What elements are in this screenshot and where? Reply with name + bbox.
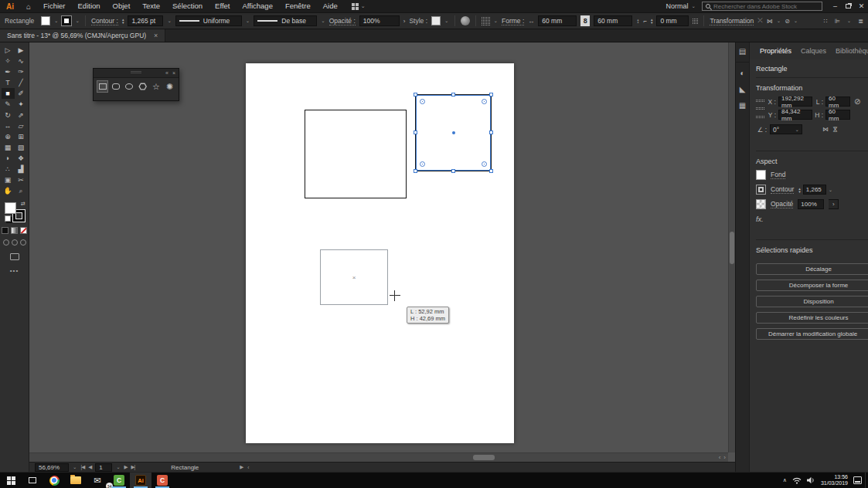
fill-chevron-icon[interactable]: ⌄ (54, 18, 58, 24)
style-swatch[interactable] (431, 16, 441, 25)
menu-effet[interactable]: Effet (209, 0, 236, 12)
eyedropper-tool[interactable]: ◗ (2, 153, 15, 164)
horizontal-scrollbar-thumb[interactable] (473, 455, 495, 460)
tab-proprietes[interactable]: Propriétés (756, 47, 795, 55)
tab-bibliotheques[interactable]: Bibliothèques (832, 47, 868, 55)
star-icon[interactable]: ☆ (151, 81, 161, 92)
illustrator-taskbar-button[interactable]: Ai (130, 473, 151, 488)
column-graph-tool[interactable]: ▟ (15, 164, 28, 175)
stroke-weight-stepper[interactable]: ▴▾ (122, 18, 124, 24)
menu-fichier[interactable]: Fichier (37, 0, 72, 12)
zoom-tool[interactable]: ⌕ (15, 185, 28, 196)
constrain-off-icon[interactable]: ⊘ (854, 97, 860, 106)
pen-tool[interactable]: ✒ (2, 66, 15, 77)
width-tool[interactable]: ↔ (2, 120, 15, 131)
draw-normal-icon[interactable] (3, 239, 9, 246)
fill-proxy-swatch[interactable] (5, 202, 16, 214)
flip-vertical-icon[interactable]: ⋈ (832, 127, 839, 133)
selection-handle[interactable] (451, 169, 455, 173)
menu-objet[interactable]: Objet (107, 0, 137, 12)
quick-action-demarrer-la-modification-globale[interactable]: Démarrer la modification globale⌄ (756, 328, 868, 340)
close-button[interactable]: ✕ (855, 0, 868, 12)
symbol-sprayer-tool[interactable]: ∴ (2, 164, 15, 175)
chrome-taskbar-button[interactable] (43, 473, 65, 488)
search-input[interactable] (713, 3, 819, 10)
canvas[interactable]: « × ☆✺ × L : 52,92 (29, 42, 735, 472)
select-similar-icon[interactable]: ⋈ (767, 18, 773, 25)
corner-radius-icon[interactable]: ⌐ (643, 18, 647, 25)
shape-more-icon[interactable] (693, 19, 698, 24)
dock-workspace-icon[interactable]: ⊫ (835, 18, 840, 25)
show-desktop-button[interactable] (865, 473, 868, 488)
lasso-tool[interactable]: ∿ (15, 56, 28, 66)
shape-width-field[interactable]: 60 mm (538, 15, 577, 26)
camtasia-recorder-button[interactable]: C (151, 473, 173, 488)
selection-handle[interactable] (489, 93, 493, 97)
fill-label[interactable]: Fond (771, 171, 785, 179)
dock-arrange-icon[interactable]: ∷ (824, 18, 828, 25)
rotation-select[interactable]: 0° ⌄ (770, 124, 802, 134)
opacity-label[interactable]: Opacité : (329, 17, 356, 25)
selection-handle[interactable] (414, 169, 417, 173)
constrain-proportions-icon[interactable]: 8 (580, 15, 590, 26)
corner-widget[interactable] (420, 161, 425, 167)
ellipse-icon[interactable] (124, 81, 134, 92)
line-segment-tool[interactable]: ╱ (15, 77, 28, 88)
previous-artboard-icon[interactable]: ◀ (88, 464, 91, 470)
selected-rectangle[interactable] (415, 94, 492, 171)
fill-color-swatch[interactable] (756, 170, 766, 180)
quick-action-redefinir-les-couleurs[interactable]: Redéfinir les couleurs (756, 312, 868, 324)
stroke-label[interactable]: Contour (771, 185, 794, 194)
scroll-right-icon[interactable]: › (723, 454, 726, 461)
slice-tool[interactable]: ✂ (15, 175, 28, 185)
select-similar-chevron-icon[interactable]: ⌄ (777, 18, 781, 24)
menu-affichage[interactable]: Affichage (236, 0, 278, 12)
dock-menu-icon[interactable]: ≣ (858, 18, 863, 25)
selection-tool[interactable]: ▷ (2, 45, 15, 56)
stroke-color-swatch[interactable] (756, 185, 766, 195)
stroke-swatch[interactable] (62, 16, 71, 25)
swap-fill-stroke-icon[interactable]: ⇄ (21, 201, 26, 207)
workspace-switcher[interactable]: Normal ⌄ (666, 2, 696, 10)
stock-search[interactable] (702, 2, 822, 11)
artboard-tool[interactable]: ▣ (2, 175, 15, 185)
corner-widget[interactable] (482, 99, 487, 104)
wifi-icon[interactable] (792, 477, 802, 484)
selection-handle[interactable] (489, 169, 493, 173)
center-point[interactable] (452, 131, 455, 134)
transformation-link[interactable]: Transformation (710, 17, 754, 25)
vertical-scrollbar-thumb[interactable] (730, 232, 734, 264)
selection-handle[interactable] (414, 93, 417, 97)
panel-opacity-field[interactable]: 100% (798, 199, 824, 209)
dock-chevron-icon[interactable]: ⌄ (847, 18, 851, 24)
y-field[interactable]: 84,342 mm (778, 110, 812, 120)
recolor-artwork-icon[interactable] (461, 16, 470, 25)
stroke-weight-chevron-icon[interactable]: ⌄ (167, 18, 171, 24)
brush-chevron-icon[interactable]: ⌄ (321, 18, 325, 24)
status-collapse-icon[interactable]: ‹ (247, 465, 248, 470)
type-tool[interactable]: T (2, 77, 15, 88)
selection-handle[interactable] (451, 93, 455, 97)
panel-grip[interactable] (131, 71, 141, 72)
zoom-level-field[interactable]: 56,69% (35, 463, 69, 472)
opacity-panel-icon[interactable]: › (829, 199, 839, 209)
stroke-value-chevron-icon[interactable]: ⌄ (829, 187, 832, 193)
width-profile-select[interactable]: Uniforme (175, 15, 242, 26)
mail-button[interactable]: ✉ 34 (87, 473, 108, 488)
stroke-stepper[interactable]: ▴▾ (798, 187, 801, 193)
aspect-more-options-icon[interactable]: ••• (756, 226, 868, 239)
fill-swatch[interactable] (41, 16, 50, 25)
next-artboard-icon[interactable]: ▶ (124, 464, 128, 470)
arrange-documents-chevron-icon[interactable]: ⌄ (361, 3, 366, 9)
transform-more-options-icon[interactable]: ••• (756, 137, 868, 151)
profile-chevron-icon[interactable]: ⌄ (246, 18, 250, 24)
quick-action-disposition[interactable]: Disposition (756, 296, 868, 307)
file-explorer-button[interactable] (65, 473, 87, 488)
last-artboard-icon[interactable]: ▶| (131, 464, 135, 470)
curvature-tool[interactable]: ✑ (15, 66, 28, 77)
rectangle-tool[interactable]: ■ (2, 88, 15, 99)
artboards-panel-icon[interactable]: ▤ (739, 47, 746, 56)
selection-handle[interactable] (414, 130, 417, 134)
minimize-button[interactable]: – (829, 0, 842, 12)
menu-texte[interactable]: Texte (136, 0, 166, 12)
